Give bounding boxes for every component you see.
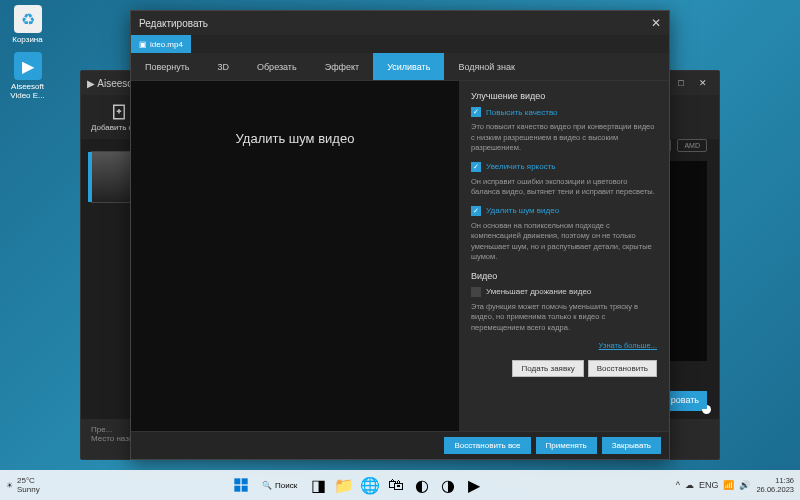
lang-indicator[interactable]: ENG	[699, 480, 719, 490]
editor-tabs: Повернуть 3D Обрезать Эффект Усиливать В…	[131, 53, 669, 81]
file-tab-active[interactable]: ▣ ideo.mp4	[131, 35, 191, 53]
deshake-option[interactable]: Уменьшает дрожание видео	[471, 287, 657, 297]
app-icon: ▶	[14, 52, 42, 80]
task-view-icon[interactable]: ◨	[307, 474, 329, 496]
taskbar: ☀ 25°C Sunny 🔍 Поиск ◨ 📁 🌐 🛍 ◐ ◑ ▶ ^ ☁ E…	[0, 470, 800, 500]
restore-all-button[interactable]: Восстановить все	[444, 437, 530, 454]
tray-icons[interactable]: ^ ☁ ENG 📶 🔊	[676, 480, 751, 490]
checkbox-checked-icon[interactable]: ✓	[471, 206, 481, 216]
brightness-desc: Он исправит ошибки экспозиции и цветовог…	[471, 177, 657, 198]
close-button[interactable]: Закрывать	[602, 437, 661, 454]
edge-icon[interactable]: 🌐	[359, 474, 381, 496]
restore-button[interactable]: Восстановить	[588, 360, 657, 377]
search-label: Поиск	[275, 481, 297, 490]
explorer-icon[interactable]: 📁	[333, 474, 355, 496]
section-video-title: Видео	[471, 271, 657, 281]
tab-watermark[interactable]: Водяной знак	[444, 53, 528, 80]
enhance-panel: Улучшение видео ✓ Повысить качество Это …	[459, 81, 669, 431]
section-enhance-title: Улучшение видео	[471, 91, 657, 101]
recycle-label: Корзина	[12, 35, 42, 44]
weather-text: Sunny	[17, 485, 40, 494]
tab-crop[interactable]: Обрезать	[243, 53, 311, 80]
editor-window: Редактировать ✕ ▣ ideo.mp4 Повернуть 3D …	[130, 10, 670, 460]
svg-rect-2	[242, 478, 248, 484]
deshake-label: Уменьшает дрожание видео	[486, 287, 591, 296]
app-pin-3[interactable]: ▶	[463, 474, 485, 496]
onedrive-icon[interactable]: ☁	[685, 480, 694, 490]
sun-icon: ☀	[6, 481, 13, 490]
brightness-option[interactable]: ✓ Увеличить яркость	[471, 162, 657, 172]
editor-titlebar: Редактировать ✕	[131, 11, 669, 35]
app-label: Aiseesoft Video E...	[5, 82, 50, 100]
date-text: 26.06.2023	[756, 485, 794, 494]
apply-row: Подать заявку Восстановить	[471, 360, 657, 377]
editor-footer: Восстановить все Применять Закрывать	[131, 431, 669, 459]
upscale-option[interactable]: ✓ Повысить качество	[471, 107, 657, 117]
time-text: 11:36	[775, 476, 794, 485]
app-pin-2[interactable]: ◑	[437, 474, 459, 496]
app-shortcut[interactable]: ▶ Aiseesoft Video E...	[5, 52, 50, 100]
svg-rect-1	[234, 478, 240, 484]
search-button[interactable]: 🔍 Поиск	[256, 474, 303, 496]
file-icon: ▣	[139, 40, 147, 49]
preview-area: Удалить шум видео	[131, 81, 459, 431]
temp-text: 25°C	[17, 476, 40, 485]
checkbox-unchecked-icon[interactable]	[471, 287, 481, 297]
svg-rect-4	[242, 486, 248, 492]
checkbox-checked-icon[interactable]: ✓	[471, 107, 481, 117]
chevron-up-icon[interactable]: ^	[676, 480, 680, 490]
recycle-bin[interactable]: ♻ Корзина	[5, 5, 50, 44]
brightness-label: Увеличить яркость	[486, 162, 555, 171]
taskbar-center: 🔍 Поиск ◨ 📁 🌐 🛍 ◐ ◑ ▶	[230, 474, 485, 496]
svg-rect-3	[234, 486, 240, 492]
close-icon[interactable]: ✕	[651, 16, 661, 30]
editor-body: Удалить шум видео Улучшение видео ✓ Повы…	[131, 81, 669, 431]
weather-widget[interactable]: ☀ 25°C Sunny	[6, 476, 40, 494]
main-caption: Удалить шум видео	[236, 131, 355, 146]
denoise-option[interactable]: ✓ Удалить шум видео	[471, 206, 657, 216]
tab-rotate[interactable]: Повернуть	[131, 53, 203, 80]
tab-effect[interactable]: Эффект	[311, 53, 373, 80]
desktop-icons: ♻ Корзина ▶ Aiseesoft Video E...	[5, 5, 50, 100]
recycle-icon: ♻	[14, 5, 42, 33]
wifi-icon[interactable]: 📶	[723, 480, 734, 490]
denoise-desc: Он основан на попиксельном подходе с ком…	[471, 221, 657, 263]
store-icon[interactable]: 🛍	[385, 474, 407, 496]
denoise-label: Удалить шум видео	[486, 206, 559, 215]
taskbar-right: ^ ☁ ENG 📶 🔊 11:36 26.06.2023	[676, 476, 794, 494]
submit-button[interactable]: Подать заявку	[512, 360, 583, 377]
amd-badge: AMD	[677, 139, 707, 152]
tab-3d[interactable]: 3D	[203, 53, 243, 80]
close-button[interactable]: ✕	[693, 75, 713, 91]
deshake-desc: Эта функция может помочь уменьшить тряск…	[471, 302, 657, 334]
file-tabs: ▣ ideo.mp4	[131, 35, 669, 53]
datetime[interactable]: 11:36 26.06.2023	[756, 476, 794, 494]
file-tab-label: ideo.mp4	[150, 40, 183, 49]
learn-more-link[interactable]: Узнать больше...	[471, 341, 657, 350]
taskbar-left: ☀ 25°C Sunny	[6, 476, 40, 494]
maximize-button[interactable]: □	[671, 75, 691, 91]
volume-icon[interactable]: 🔊	[739, 480, 750, 490]
start-button[interactable]	[230, 474, 252, 496]
tab-enhance[interactable]: Усиливать	[373, 53, 444, 80]
upscale-label: Повысить качество	[486, 108, 558, 117]
checkbox-checked-icon[interactable]: ✓	[471, 162, 481, 172]
file-plus-icon	[110, 103, 128, 121]
editor-title: Редактировать	[139, 18, 208, 29]
apply-button[interactable]: Применять	[536, 437, 597, 454]
upscale-desc: Это повысит качество видео при конвертац…	[471, 122, 657, 154]
app-pin-1[interactable]: ◐	[411, 474, 433, 496]
